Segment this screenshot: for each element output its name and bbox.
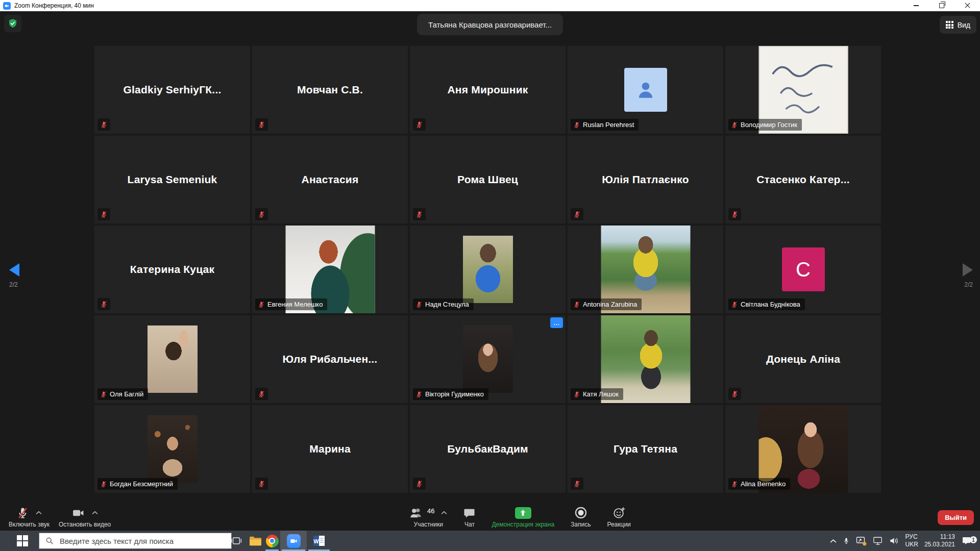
participant-tile[interactable]: Володимир Гостик	[725, 46, 881, 134]
zoom-taskbar-button[interactable]	[280, 531, 307, 551]
participant-tile[interactable]: Катя Ляшок	[568, 315, 723, 403]
muted-mic-icon	[97, 298, 110, 310]
shield-icon	[8, 18, 18, 29]
participant-name: Ruslan Perehrest	[583, 121, 634, 129]
participant-tile[interactable]: Antonina Zarubina	[568, 226, 723, 313]
record-button[interactable]: Запись	[566, 504, 595, 528]
notification-center-button[interactable]: 1	[958, 536, 977, 546]
muted-mic-icon	[415, 301, 423, 308]
participant-name: Катя Ляшок	[583, 390, 619, 398]
language-primary: РУС	[905, 533, 918, 541]
security-shield-button[interactable]	[4, 15, 21, 32]
windows-logo-icon	[17, 535, 28, 546]
meeting-top-bar: Татьяна Кравцова разговаривает... Вид	[0, 11, 980, 46]
prev-page-button[interactable]: 2/2	[9, 263, 32, 288]
participant-tile[interactable]: Донець Аліна	[725, 315, 881, 403]
gallery-grid-icon	[946, 21, 953, 29]
tray-expand-button[interactable]	[827, 539, 840, 543]
participant-tile[interactable]: Юлія Патлаєнко	[568, 136, 723, 223]
close-button[interactable]	[954, 0, 980, 11]
muted-mic-icon	[255, 388, 268, 400]
participant-tile[interactable]: Юля Рибальчен...	[252, 315, 408, 403]
audio-options-chevron[interactable]	[36, 511, 42, 515]
window-title-group: Zoom Конференция, 40 мин	[0, 2, 94, 10]
muted-mic-icon	[255, 478, 268, 490]
participant-tile[interactable]: Марина	[252, 405, 408, 493]
participant-name: Юля Рибальчен...	[252, 315, 408, 403]
muted-mic-icon	[573, 121, 580, 129]
word-button[interactable]: W	[307, 531, 331, 551]
share-screen-icon	[515, 507, 531, 519]
participant-tile[interactable]: Аня Мирошник	[410, 46, 566, 134]
participant-tile[interactable]: Larysa Semeniuk	[94, 136, 250, 223]
participants-icon	[409, 507, 423, 519]
language-switcher[interactable]: РУС UKR	[902, 533, 921, 548]
next-page-button[interactable]: 2/2	[950, 263, 973, 288]
search-icon	[45, 537, 54, 545]
participant-name: Гура Тетяна	[568, 405, 723, 493]
participants-chevron[interactable]	[441, 511, 447, 515]
tray-network-button[interactable]	[870, 536, 886, 545]
taskbar-search[interactable]	[39, 533, 232, 549]
zoom-app-icon	[3, 2, 11, 10]
chrome-button[interactable]	[264, 531, 280, 551]
participant-name: Оля Баглій	[110, 390, 143, 398]
video-options-chevron[interactable]	[92, 511, 98, 515]
muted-mic-icon	[413, 118, 426, 131]
name-label: Володимир Гостик	[728, 119, 802, 131]
zoom-icon	[287, 534, 301, 548]
tile-menu-button[interactable]: ...	[550, 317, 563, 328]
participant-tile[interactable]: Гура Тетяна	[568, 405, 723, 493]
chat-icon	[463, 507, 475, 519]
restore-button[interactable]	[929, 0, 954, 11]
unmute-button[interactable]: Включить звук	[4, 504, 54, 528]
participant-tile[interactable]: БульбакВадим	[410, 405, 566, 493]
file-explorer-button[interactable]	[247, 531, 264, 551]
participant-tile[interactable]: Богдан Безсмертний	[94, 405, 250, 493]
name-label: Катя Ляшок	[571, 388, 623, 400]
name-label: Antonina Zarubina	[571, 298, 642, 310]
participant-tile[interactable]: ... Вікторія Гудименко	[410, 315, 566, 403]
minimize-button[interactable]	[903, 0, 929, 11]
participant-tile[interactable]: C Світлана Буднікова	[725, 226, 881, 313]
muted-mic-icon	[728, 208, 741, 220]
view-button[interactable]: Вид	[940, 16, 976, 34]
participant-name: БульбакВадим	[410, 405, 566, 493]
participant-tile[interactable]: Alina Bernenko	[725, 405, 881, 493]
start-button[interactable]	[8, 531, 37, 551]
participant-tile[interactable]: Катерина Куцак	[94, 226, 250, 313]
participant-name: Надя Стецула	[425, 300, 469, 308]
task-view-button[interactable]	[227, 531, 246, 551]
participant-tile[interactable]: Анастасия	[252, 136, 408, 223]
participant-name: Мовчан С.В.	[252, 46, 408, 134]
reactions-button[interactable]: Реакции	[602, 504, 635, 528]
participant-tile[interactable]: Ruslan Perehrest	[568, 46, 723, 134]
tray-volume-button[interactable]	[886, 536, 902, 545]
participant-tile[interactable]: Надя Стецула	[410, 226, 566, 313]
participant-name: Аня Мирошник	[410, 46, 566, 134]
participant-tile[interactable]: Евгения Мелешко	[252, 226, 408, 313]
search-input[interactable]	[59, 536, 231, 546]
chat-button[interactable]: Чат	[459, 504, 480, 528]
name-label: Alina Bernenko	[728, 478, 790, 490]
tray-share-button[interactable]	[853, 536, 870, 546]
participant-name: Gladkiy SerhiyГК...	[94, 46, 250, 134]
word-icon: W	[312, 535, 326, 547]
clock[interactable]: 11:13 25.03.2021	[921, 533, 958, 548]
leave-button[interactable]: Выйти	[938, 510, 974, 525]
participant-tile[interactable]: Gladkiy SerhiyГК...	[94, 46, 250, 134]
share-screen-button[interactable]: Демонстрация экрана	[487, 504, 559, 528]
participant-name: Юлія Патлаєнко	[568, 136, 723, 223]
participant-tile[interactable]: Стасенко Катер...	[725, 136, 881, 223]
system-tray: РУС UKR 11:13 25.03.2021 1	[827, 531, 977, 551]
tray-mic-button[interactable]	[840, 536, 853, 545]
arrow-left-icon	[9, 263, 19, 277]
desktop: Zoom Конференция, 40 мин Татьяна Кравцов…	[0, 0, 980, 551]
participant-tile[interactable]: Мовчан С.В.	[252, 46, 408, 134]
page-indicator: 2/2	[950, 281, 973, 288]
participants-button[interactable]: 46 Участники	[405, 504, 452, 528]
participant-tile[interactable]: Оля Баглій	[94, 315, 250, 403]
stop-video-button[interactable]: Остановить видео	[54, 504, 115, 528]
windows-taskbar: W	[0, 531, 980, 551]
participant-tile[interactable]: Рома Швец	[410, 136, 566, 223]
